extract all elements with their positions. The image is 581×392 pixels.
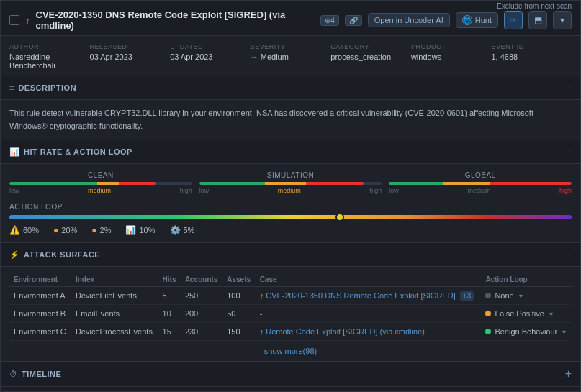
hit-rate-collapse-button[interactable]: − (566, 146, 572, 158)
al-dropdown-a[interactable]: ▾ (519, 292, 523, 300)
description-header[interactable]: ≡ DESCRIPTION − (1, 76, 580, 100)
timeline-header[interactable]: ⏱ TIMELINE + (1, 362, 580, 386)
exclude-label: Exclude from next scan (497, 2, 572, 10)
released-value: 03 Apr 2023 (90, 53, 171, 61)
assets-c: 150 (222, 323, 255, 341)
badge-count: ⊕4 (320, 15, 339, 26)
global-medium-label: medium (467, 187, 490, 194)
clean-low-label: low (9, 187, 19, 194)
description-collapse-button[interactable]: − (566, 82, 572, 94)
rule-checkbox[interactable] (9, 15, 19, 25)
al-icon-1: ● (53, 225, 58, 235)
al-value-4: 5% (184, 226, 195, 234)
hit-rate-title: HIT RATE & ACTION LOOP (24, 147, 566, 156)
hunt-button[interactable]: 🌐 Hunt (456, 12, 498, 28)
al-value-3: 10% (139, 226, 155, 234)
hit-rate-icon: 📊 (9, 147, 19, 157)
al-text-a: None (495, 291, 513, 300)
case-link-a[interactable]: ↑ CVE-2020-1350 DNS Remote Code Exploit … (260, 291, 458, 300)
col-assets: Assets (222, 273, 255, 287)
timeline-icon: ⏱ (9, 370, 17, 378)
global-bar (389, 182, 572, 185)
hit-rate-section: 📊 HIT RATE & ACTION LOOP − CLEAN low med… (1, 140, 580, 243)
col-index: Index (71, 273, 158, 287)
action-loop-bar (9, 215, 572, 219)
al-stat-0: ⚠️ 60% (9, 225, 39, 235)
hits-c: 15 (158, 323, 181, 341)
case-a[interactable]: ↑ CVE-2020-1350 DNS Remote Code Exploit … (256, 287, 482, 305)
al-dropdown-c[interactable]: ▾ (562, 328, 566, 336)
meta-author: AUTHOR Nasreddine Bencherchali (9, 43, 90, 70)
action-loop-label: ACTION LOOP (9, 203, 572, 211)
index-a: DeviceFileEvents (71, 287, 158, 305)
case-arrow-a: ↑ (260, 291, 264, 300)
case-c[interactable]: ↑ Remote Code Exploit [SIGRED] (via cmdl… (256, 323, 482, 341)
al-dropdown-b[interactable]: ▾ (549, 310, 553, 318)
col-case: Case (256, 273, 482, 287)
clean-high-label: high (180, 187, 192, 194)
download-button[interactable]: ⬒ (528, 11, 547, 29)
severity-value: →Medium (251, 53, 331, 61)
attack-table: Environment Index Hits Accounts Assets C… (9, 273, 572, 341)
show-more-button[interactable]: show more(98) (9, 341, 572, 361)
meta-updated: UPDATED 03 Apr 2023 (170, 43, 251, 70)
meta-released: RELEASED 03 Apr 2023 (90, 43, 171, 70)
metadata-row: AUTHOR Nasreddine Bencherchali RELEASED … (1, 36, 580, 76)
al-value-0: 60% (23, 226, 39, 234)
al-cell-c[interactable]: Benign Behaviour ▾ (485, 327, 567, 336)
al-stat-1: ● 20% (53, 225, 77, 235)
more-options-button[interactable]: ▾ (553, 11, 572, 29)
description-text: This rule detect vulnerable CRYPT32.DLL … (9, 107, 572, 132)
attack-table-body: Environment A DeviceFileEvents 5 250 100… (9, 287, 572, 341)
case-link-c[interactable]: ↑ Remote Code Exploit [SIGRED] (via cmdl… (260, 327, 425, 336)
cursor-button[interactable]: ☞ (504, 11, 523, 29)
timeline-section: ⏱ TIMELINE + (1, 362, 580, 387)
env-b: Environment B (9, 305, 71, 323)
al-dot-bb (485, 329, 491, 334)
false-positives-header[interactable]: ⚡ FALSE POSITIVES + (1, 387, 580, 392)
attack-surface-header[interactable]: ⚡ ATTACK SURFACE − (1, 243, 580, 267)
updated-value: 03 Apr 2023 (170, 53, 251, 61)
attack-table-header-row: Environment Index Hits Accounts Assets C… (9, 273, 572, 287)
category-label: CATEGORY (330, 43, 411, 50)
attack-table-head: Environment Index Hits Accounts Assets C… (9, 273, 572, 287)
badge-link: 🔗 (345, 15, 362, 26)
sim-low-label: low (199, 187, 210, 194)
action-loop-marker (335, 213, 344, 222)
open-uncoder-button[interactable]: Open in Uncoder AI (368, 13, 450, 27)
top-bar: Exclude from next scan ↑ CVE-2020-1350 D… (1, 1, 580, 36)
env-a: Environment A (9, 287, 71, 305)
global-low-label: low (389, 187, 399, 194)
severity-direction-icon: → (251, 53, 258, 61)
hit-rate-header[interactable]: 📊 HIT RATE & ACTION LOOP − (1, 140, 580, 164)
al-cell-a[interactable]: None ▾ (485, 291, 567, 300)
assets-a: 100 (222, 287, 255, 305)
index-c: DeviceProcessEvents (71, 323, 158, 341)
download-icon: ⬒ (534, 15, 542, 25)
table-row: Environment B EmailEvents 10 200 50 - Fa… (9, 305, 572, 323)
updated-label: UPDATED (170, 43, 251, 50)
case-b: - (256, 305, 482, 323)
accounts-a: 250 (181, 287, 222, 305)
author-value: Nasreddine Bencherchali (9, 53, 90, 70)
al-cell-b[interactable]: False Positive ▾ (485, 309, 567, 318)
case-arrow-c: ↑ (260, 327, 264, 336)
clean-label: CLEAN (9, 171, 192, 179)
event-id-value: 1, 4688 (491, 53, 572, 61)
al-value-2: 2% (100, 226, 112, 234)
severity-arrow-icon: ↑ (25, 15, 30, 26)
al-icon-0: ⚠️ (9, 225, 20, 235)
severity-label: SEVERITY (251, 43, 331, 50)
hits-b: 10 (158, 305, 181, 323)
action-loop-c: Benign Behaviour ▾ (481, 323, 572, 341)
timeline-expand-button[interactable]: + (565, 368, 572, 380)
attack-surface-collapse-button[interactable]: − (566, 249, 572, 260)
event-id-label: EVENT ID (491, 43, 572, 50)
al-icon-4: ⚙️ (170, 225, 181, 235)
case-plus-a: +3 (460, 291, 474, 301)
clean-bar-fill (9, 182, 156, 185)
description-title: DESCRIPTION (18, 83, 565, 92)
accounts-b: 200 (181, 305, 222, 323)
meta-severity: SEVERITY →Medium (251, 43, 331, 70)
al-text-b: False Positive (495, 309, 544, 318)
